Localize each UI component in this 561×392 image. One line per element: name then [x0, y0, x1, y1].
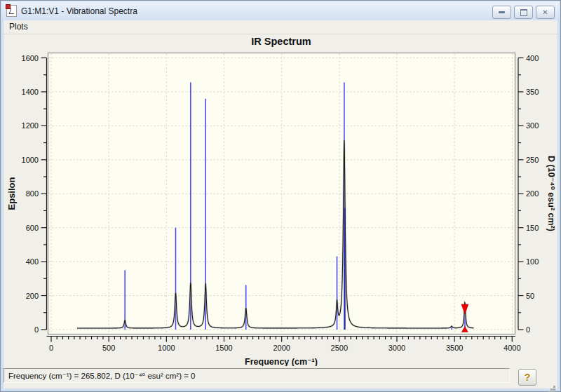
svg-text:1500: 1500	[215, 344, 232, 352]
cursor-readout-text: Frequency (cm⁻¹) = 265.802, D (10⁻⁴⁰ esu…	[8, 371, 195, 381]
svg-text:300: 300	[526, 121, 539, 130]
gaussview-document-icon	[6, 5, 17, 17]
close-icon: ✕	[542, 8, 548, 16]
menu-bar: Plots	[4, 20, 557, 34]
left-axis-title: Epsilon	[6, 177, 17, 210]
svg-text:1400: 1400	[22, 88, 39, 96]
help-button[interactable]: ?	[518, 369, 536, 386]
svg-text:500: 500	[102, 344, 115, 352]
svg-text:0: 0	[34, 325, 39, 334]
svg-text:50: 50	[526, 292, 534, 300]
svg-text:1000: 1000	[22, 156, 39, 164]
status-bar: Frequency (cm⁻¹) = 265.802, D (10⁻⁴⁰ esu…	[4, 366, 557, 388]
svg-text:200: 200	[526, 189, 539, 198]
svg-text:600: 600	[26, 224, 39, 232]
bottom-axis	[47, 337, 516, 342]
chart-title: IR Spectrum	[251, 36, 311, 47]
close-button[interactable]: ✕	[536, 6, 555, 19]
cursor-readout-field: Frequency (cm⁻¹) = 265.802, D (10⁻⁴⁰ esu…	[4, 368, 510, 383]
window-title: G1:M1:V1 - Vibrational Spectra	[21, 6, 137, 16]
svg-text:1200: 1200	[22, 121, 39, 130]
help-icon: ?	[525, 372, 531, 383]
svg-text:400: 400	[26, 257, 39, 266]
minimize-button[interactable]	[492, 6, 511, 19]
x-axis-title: Frequency (cm⁻¹)	[245, 357, 318, 367]
svg-text:3500: 3500	[446, 344, 463, 352]
vibrational-spectra-window: G1:M1:V1 - Vibrational Spectra ✕ Plots 0…	[0, 0, 561, 392]
minimize-icon	[499, 11, 505, 13]
bottom-axis-tick-labels: 05001000150020002500300035004000	[49, 344, 521, 352]
svg-text:1000: 1000	[158, 344, 175, 352]
svg-text:350: 350	[526, 88, 539, 96]
svg-text:0: 0	[49, 344, 53, 352]
chart-panel: 0200400600800100012001400160005010015020…	[4, 34, 557, 366]
svg-text:800: 800	[26, 189, 39, 198]
spectrum-chart[interactable]: 0200400600800100012001400160005010015020…	[1, 34, 561, 368]
right-axis	[518, 58, 524, 330]
svg-text:2500: 2500	[331, 344, 348, 352]
restore-button[interactable]	[514, 6, 533, 19]
svg-text:200: 200	[26, 292, 39, 300]
svg-text:3000: 3000	[388, 344, 405, 352]
svg-text:1600: 1600	[22, 54, 39, 62]
menu-item-plots[interactable]: Plots	[4, 20, 34, 34]
left-axis	[41, 58, 47, 330]
svg-text:150: 150	[526, 224, 539, 232]
svg-text:100: 100	[526, 257, 539, 266]
svg-text:4000: 4000	[503, 344, 520, 352]
svg-text:2000: 2000	[273, 344, 290, 352]
svg-text:400: 400	[526, 54, 539, 62]
restore-icon	[520, 9, 527, 16]
resize-grip-icon[interactable]	[553, 386, 555, 388]
right-axis-title: D (10⁻⁴⁰ esu² cm²)	[546, 156, 556, 231]
svg-text:0: 0	[526, 325, 530, 334]
right-axis-tick-labels: 050100150200250300350400	[526, 54, 539, 334]
left-axis-tick-labels: 02004006008001000120014001600	[22, 54, 39, 334]
svg-text:250: 250	[526, 156, 539, 164]
title-bar[interactable]: G1:M1:V1 - Vibrational Spectra ✕	[1, 1, 560, 20]
